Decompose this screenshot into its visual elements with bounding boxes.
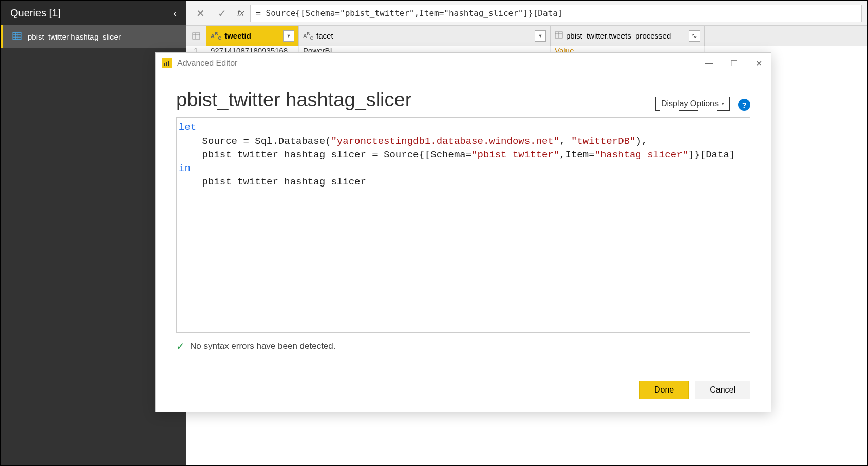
display-options-dropdown[interactable]: Display Options ▾ bbox=[655, 97, 730, 111]
formula-input[interactable] bbox=[250, 5, 862, 22]
code-text: pbist_twitter_hashtag_slicer bbox=[179, 176, 366, 188]
svg-rect-0 bbox=[13, 32, 21, 40]
check-icon: ✓ bbox=[176, 340, 185, 352]
svg-rect-11 bbox=[164, 63, 165, 66]
display-options-label: Display Options bbox=[661, 99, 719, 108]
done-button[interactable]: Done bbox=[639, 381, 689, 399]
cancel-button[interactable]: Cancel bbox=[695, 381, 750, 399]
status-row: ✓ No syntax errors have been detected. bbox=[156, 333, 771, 360]
dialog-buttons: Done Cancel bbox=[156, 372, 771, 412]
formula-bar: ✕ ✓ fx bbox=[186, 1, 867, 26]
code-text: Source = Sql.Database( bbox=[179, 136, 331, 147]
query-item-label: pbist_twitter hashtag_slicer bbox=[28, 32, 121, 41]
query-item[interactable]: pbist_twitter hashtag_slicer bbox=[1, 25, 186, 48]
queries-title: Queries [1] bbox=[10, 7, 61, 19]
collapse-icon[interactable]: ‹ bbox=[173, 7, 177, 19]
svg-rect-12 bbox=[166, 62, 167, 66]
cancel-formula-icon[interactable]: ✕ bbox=[191, 5, 210, 22]
code-string: "hashtag_slicer" bbox=[595, 149, 688, 160]
fx-icon[interactable]: fx bbox=[234, 8, 247, 18]
table-icon bbox=[12, 31, 22, 42]
column-filter-icon[interactable]: ▼ bbox=[283, 30, 294, 42]
svg-rect-13 bbox=[168, 61, 169, 66]
expand-icon[interactable] bbox=[689, 30, 700, 42]
column-tweetid[interactable]: ABC tweetid ▼ bbox=[206, 26, 299, 46]
grid-header: ABC tweetid ▼ ABC facet ▼ pbist_twitter.… bbox=[186, 26, 867, 46]
table-type-icon bbox=[555, 31, 563, 41]
close-icon[interactable]: ✕ bbox=[752, 59, 765, 68]
queries-header: Queries [1] ‹ bbox=[1, 1, 186, 25]
code-text: ), bbox=[635, 136, 647, 147]
column-label: tweetid bbox=[224, 31, 251, 40]
code-keyword: let bbox=[179, 122, 196, 133]
maximize-icon[interactable]: ☐ bbox=[728, 59, 740, 68]
chevron-down-icon: ▾ bbox=[722, 101, 724, 106]
code-string: "yaronctestingdb1.database.windows.net" bbox=[331, 136, 559, 147]
column-label: facet bbox=[316, 31, 333, 40]
dialog-header: pbist_twitter hashtag_slicer Display Opt… bbox=[156, 73, 771, 117]
column-facet[interactable]: ABC facet ▼ bbox=[299, 26, 551, 46]
dialog-titlebar: Advanced Editor — ☐ ✕ bbox=[156, 53, 771, 73]
svg-rect-5 bbox=[193, 33, 200, 39]
help-icon[interactable]: ? bbox=[738, 99, 750, 111]
window-controls: — ☐ ✕ bbox=[703, 59, 765, 68]
column-label: pbist_twitter.tweets_processed bbox=[566, 31, 671, 40]
code-editor[interactable]: let Source = Sql.Database("yaronctesting… bbox=[176, 117, 750, 333]
status-text: No syntax errors have been detected. bbox=[190, 341, 336, 351]
code-text: , bbox=[559, 136, 571, 147]
column-filter-icon[interactable]: ▼ bbox=[535, 30, 546, 42]
column-pbist[interactable]: pbist_twitter.tweets_processed bbox=[551, 26, 705, 46]
commit-formula-icon[interactable]: ✓ bbox=[213, 5, 231, 22]
code-text: ,Item= bbox=[559, 149, 594, 160]
advanced-editor-dialog: Advanced Editor — ☐ ✕ pbist_twitter hash… bbox=[155, 52, 771, 412]
code-keyword: in bbox=[179, 163, 191, 174]
text-type-icon: ABC bbox=[211, 31, 221, 41]
code-text: pbist_twitter_hashtag_slicer = Source{[S… bbox=[179, 149, 471, 160]
code-string: "pbist_twitter" bbox=[471, 149, 559, 160]
text-type-icon: ABC bbox=[303, 31, 313, 41]
code-text: ]}[Data] bbox=[688, 149, 735, 160]
minimize-icon[interactable]: — bbox=[703, 59, 715, 68]
powerbi-logo-icon bbox=[162, 58, 172, 68]
dialog-title: pbist_twitter hashtag_slicer bbox=[176, 89, 411, 111]
dialog-titlebar-label: Advanced Editor bbox=[177, 59, 237, 68]
code-string: "twitterDB" bbox=[571, 136, 635, 147]
select-all-icon[interactable] bbox=[186, 26, 206, 46]
